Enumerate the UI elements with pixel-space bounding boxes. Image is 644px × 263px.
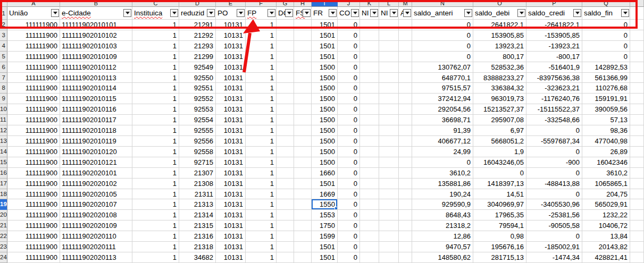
cell-C22[interactable]: 1 xyxy=(132,231,179,242)
column-header-M[interactable]: A xyxy=(399,7,412,20)
cell-G3[interactable] xyxy=(277,30,294,41)
cell-E4[interactable]: 10131 xyxy=(216,41,246,52)
cell-M14[interactable] xyxy=(399,147,412,157)
cell-I9[interactable]: 1500 xyxy=(312,94,338,104)
cell-O4[interactable]: 13923,21 xyxy=(473,41,526,52)
cell-O3[interactable]: 153905,85 xyxy=(473,30,526,41)
cell-N7[interactable]: 648770,1 xyxy=(412,73,473,83)
cell-Q17[interactable]: 1065865,1 xyxy=(582,179,630,189)
row-number[interactable]: 10 xyxy=(0,104,7,115)
cell-D20[interactable]: 21314 xyxy=(179,210,216,220)
cell-Q7[interactable]: 561366,99 xyxy=(582,73,630,83)
cell-K6[interactable] xyxy=(360,62,379,73)
cell-M13[interactable] xyxy=(399,136,412,147)
cell-G21[interactable] xyxy=(277,220,294,231)
cell-E14[interactable]: 10131 xyxy=(216,147,246,157)
cell-Q4[interactable]: 0 xyxy=(582,41,630,52)
cell-N15[interactable]: 0 xyxy=(412,157,473,168)
column-letter-D[interactable]: D xyxy=(179,0,216,7)
cell-N19[interactable]: 929590,9 xyxy=(412,199,473,210)
cell-D17[interactable]: 21308 xyxy=(179,179,216,189)
cell-K2[interactable] xyxy=(360,20,379,30)
cell-H7[interactable] xyxy=(294,73,312,83)
cell-N12[interactable]: 91,39 xyxy=(412,125,473,136)
cell-F7[interactable]: 1 xyxy=(246,73,277,83)
cell-L20[interactable] xyxy=(379,210,399,220)
autofilter-dropdown-icon[interactable] xyxy=(267,9,275,17)
row-number[interactable]: 11 xyxy=(0,115,7,125)
column-letter-G[interactable]: G xyxy=(277,0,294,7)
cell-E6[interactable]: 10131 xyxy=(216,62,246,73)
cell-Q21[interactable]: 10406,72 xyxy=(582,220,630,231)
autofilter-dropdown-icon[interactable] xyxy=(370,9,378,17)
cell-A16[interactable]: 111111900 xyxy=(7,168,60,179)
cell-G22[interactable] xyxy=(277,231,294,242)
cell-B12[interactable]: 111111902010118 xyxy=(60,125,132,136)
column-letter-A[interactable]: A xyxy=(7,0,60,7)
cell-J4[interactable]: 0 xyxy=(338,41,360,52)
column-header-L[interactable]: NI xyxy=(379,7,399,20)
cell-O2[interactable]: 2641822,1 xyxy=(473,20,526,30)
cell-J18[interactable]: 0 xyxy=(338,189,360,200)
cell-Q14[interactable]: 26,89 xyxy=(582,147,630,157)
cell-N23[interactable]: 9470,57 xyxy=(412,242,473,252)
cell-C3[interactable]: 1 xyxy=(132,30,179,41)
cell-J15[interactable]: 0 xyxy=(338,157,360,168)
cell-Q12[interactable]: 98,36 xyxy=(582,125,630,136)
cell-K9[interactable] xyxy=(360,94,379,104)
cell-I3[interactable]: 1501 xyxy=(312,30,338,41)
cell-L5[interactable] xyxy=(379,52,399,62)
cell-L6[interactable] xyxy=(379,62,399,73)
cell-P20[interactable]: -25381,56 xyxy=(526,210,582,220)
cell-J22[interactable]: 0 xyxy=(338,231,360,242)
cell-G15[interactable] xyxy=(277,157,294,168)
cell-K10[interactable] xyxy=(360,104,379,115)
cell-E5[interactable]: 10131 xyxy=(216,52,246,62)
column-header-H[interactable]: FS xyxy=(294,7,312,20)
cell-D24[interactable]: 34682 xyxy=(179,252,216,263)
cell-L17[interactable] xyxy=(379,179,399,189)
cell-D18[interactable]: 21311 xyxy=(179,189,216,200)
cell-Q10[interactable]: 390059,56 xyxy=(582,104,630,115)
row-number[interactable]: 2 xyxy=(0,20,7,30)
cell-F9[interactable]: 1 xyxy=(246,94,277,104)
column-header-P[interactable]: saldo_credi xyxy=(526,7,582,20)
row-number[interactable]: 13 xyxy=(0,136,7,147)
column-letter-F[interactable]: F xyxy=(246,0,277,7)
cell-M18[interactable] xyxy=(399,189,412,200)
cell-K20[interactable] xyxy=(360,210,379,220)
cell-K15[interactable] xyxy=(360,157,379,168)
cell-L2[interactable] xyxy=(379,20,399,30)
cell-P6[interactable]: -516401,9 xyxy=(526,62,582,73)
cell-F17[interactable]: 1 xyxy=(246,179,277,189)
cell-G5[interactable] xyxy=(277,52,294,62)
cell-C19[interactable]: 1 xyxy=(132,199,179,210)
cell-P18[interactable]: 0 xyxy=(526,189,582,200)
cell-J19[interactable]: 0 xyxy=(338,199,360,210)
cell-O14[interactable]: 1,9 xyxy=(473,147,526,157)
cell-K11[interactable] xyxy=(360,115,379,125)
column-letter-H[interactable]: H xyxy=(294,0,312,7)
column-header-A[interactable]: União xyxy=(7,7,60,20)
cell-E16[interactable]: 10131 xyxy=(216,168,246,179)
column-header-K[interactable]: NI xyxy=(360,7,379,20)
cell-M6[interactable] xyxy=(399,62,412,73)
cell-F18[interactable]: 1 xyxy=(246,189,277,200)
cell-P21[interactable]: -90505,58 xyxy=(526,220,582,231)
cell-O7[interactable]: 83888233,27 xyxy=(473,73,526,83)
cell-J21[interactable]: 0 xyxy=(338,220,360,231)
cell-J23[interactable]: 0 xyxy=(338,242,360,252)
cell-N8[interactable]: 97515,57 xyxy=(412,83,473,94)
cell-N24[interactable]: 148580,62 xyxy=(412,252,473,263)
cell-E18[interactable]: 10131 xyxy=(216,189,246,200)
cell-M2[interactable] xyxy=(399,20,412,30)
cell-L11[interactable] xyxy=(379,115,399,125)
cell-A21[interactable]: 111111900 xyxy=(7,220,60,231)
cell-O16[interactable]: 0 xyxy=(473,168,526,179)
cell-M15[interactable] xyxy=(399,157,412,168)
column-letter-J[interactable]: J xyxy=(338,0,360,7)
cell-L9[interactable] xyxy=(379,94,399,104)
cell-M20[interactable] xyxy=(399,210,412,220)
cell-A14[interactable]: 111111900 xyxy=(7,147,60,157)
column-header-B[interactable]: e-Cidade xyxy=(60,7,132,20)
